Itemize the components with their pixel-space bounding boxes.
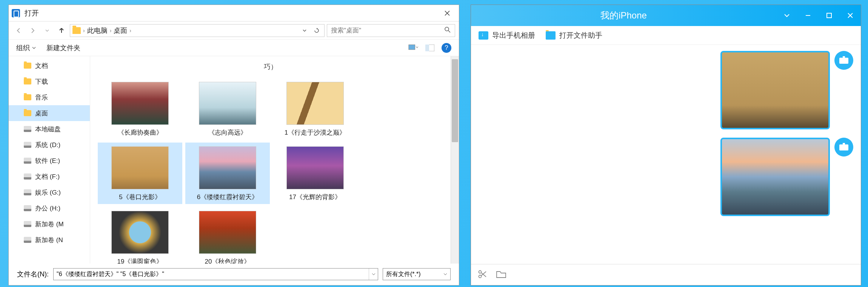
folder-icon <box>24 110 31 116</box>
file-item[interactable]: 17《光辉的背影》 <box>273 143 357 204</box>
sidebar-item[interactable]: 音乐 <box>9 89 90 105</box>
sidebar-item[interactable]: 桌面 <box>9 105 90 121</box>
nav-history-dropdown[interactable] <box>41 25 53 37</box>
filetype-label: 所有文件(*.*) <box>386 270 421 278</box>
chat-close-button[interactable] <box>840 5 861 26</box>
file-thumbnail <box>199 146 256 189</box>
chevron-down-icon <box>32 46 36 50</box>
file-item[interactable]: 1《行走于沙漠之巅》 <box>273 78 357 140</box>
sidebar-item-label: 桌面 <box>35 109 48 118</box>
export-icon <box>479 31 488 40</box>
sidebar: 文档下载音乐桌面本地磁盘系统 (D:)软件 (E:)文档 (F:)娱乐 (G:)… <box>9 56 90 264</box>
breadcrumb-2[interactable]: 桌面 <box>114 26 127 35</box>
message-image[interactable] <box>720 138 830 216</box>
file-item[interactable]: 20《秋色绽放》 <box>185 207 270 264</box>
sidebar-item-label: 软件 (E:) <box>35 157 60 165</box>
drive-icon <box>24 173 31 180</box>
file-thumbnail <box>111 211 169 254</box>
search-box[interactable] <box>327 24 455 37</box>
file-label: 20《秋色绽放》 <box>188 258 267 264</box>
drive-icon <box>24 142 31 148</box>
addr-dropdown[interactable] <box>299 25 310 36</box>
drive-icon <box>24 189 31 195</box>
scissors-icon[interactable] <box>478 269 488 281</box>
folder-icon <box>72 27 81 34</box>
message-image[interactable] <box>720 51 830 129</box>
sidebar-item[interactable]: 文档 <box>9 58 90 74</box>
sidebar-item-label: 新加卷 (N <box>35 236 63 244</box>
file-item[interactable]: 《志向高远》 <box>185 78 270 140</box>
file-label: 《长廊协奏曲》 <box>101 129 179 137</box>
dialog-close-button[interactable] <box>439 7 456 19</box>
open-file-helper-button[interactable]: 打开文件助手 <box>546 31 602 40</box>
file-item[interactable]: 19《满圆窗色》 <box>98 207 182 264</box>
chat-messages[interactable] <box>471 45 861 264</box>
svg-rect-3 <box>425 45 429 51</box>
sidebar-item[interactable]: 新加卷 (N <box>9 232 90 248</box>
nav-up-button[interactable] <box>55 25 68 37</box>
sidebar-item[interactable]: 娱乐 (G:) <box>9 184 90 200</box>
file-label: 《志向高远》 <box>188 129 267 137</box>
filetype-select[interactable]: 所有文件(*.*) <box>383 268 451 280</box>
svg-rect-4 <box>827 13 831 18</box>
sidebar-item[interactable]: 软件 (E:) <box>9 153 90 169</box>
preview-pane-button[interactable] <box>425 44 435 52</box>
scrollbar[interactable] <box>451 56 459 264</box>
view-mode-button[interactable] <box>408 44 418 52</box>
sidebar-item[interactable]: 本地磁盘 <box>9 121 90 137</box>
sidebar-item[interactable]: 文档 (F:) <box>9 169 90 184</box>
file-thumbnail <box>199 82 256 125</box>
breadcrumb-sep: › <box>83 28 85 34</box>
export-album-button[interactable]: 导出手机相册 <box>479 31 535 40</box>
file-item[interactable]: 《长廊协奏曲》 <box>98 78 182 140</box>
file-label: 19《满圆窗色》 <box>101 258 179 264</box>
filename-dropdown[interactable] <box>369 269 378 280</box>
organize-menu[interactable]: 组织 <box>16 43 36 52</box>
file-label: 1《行走于沙漠之巅》 <box>276 129 354 137</box>
folder-open-icon[interactable] <box>496 270 506 280</box>
sidebar-item[interactable]: 下载 <box>9 74 90 89</box>
search-icon[interactable] <box>444 26 451 35</box>
dialog-bottom: 文件名(N): 所有文件(*.*) <box>9 264 459 285</box>
chat-maximize-button[interactable] <box>819 5 840 26</box>
addr-refresh[interactable] <box>311 25 322 36</box>
search-input[interactable] <box>331 27 444 34</box>
chat-minimize-button[interactable] <box>797 5 819 26</box>
scrollbar-thumb[interactable] <box>452 59 458 142</box>
svg-point-9 <box>479 275 482 278</box>
file-thumbnail <box>199 211 256 254</box>
svg-point-10 <box>479 270 482 273</box>
dialog-title: 打开 <box>25 8 439 18</box>
file-label: 5《巷口光影》 <box>101 193 179 202</box>
sidebar-item[interactable]: 办公 (H:) <box>9 200 90 216</box>
file-item[interactable]: 6《缕缕红霞衬碧天》 <box>185 143 270 204</box>
filename-combo[interactable] <box>53 268 378 280</box>
svg-rect-1 <box>409 45 415 49</box>
sidebar-item-label: 下载 <box>35 77 48 86</box>
sidebar-item[interactable]: 系统 (D:) <box>9 137 90 153</box>
chat-dropdown-button[interactable] <box>776 5 797 26</box>
breadcrumb-sep: › <box>110 28 112 34</box>
svg-rect-5 <box>839 58 848 64</box>
newfolder-button[interactable]: 新建文件夹 <box>46 43 80 52</box>
chat-toolbar: 导出手机相册 打开文件助手 <box>471 26 861 45</box>
filename-input[interactable] <box>54 271 369 278</box>
sidebar-item[interactable]: 新加卷 (M <box>9 216 90 232</box>
message-avatar <box>834 51 853 70</box>
folder-icon <box>24 78 31 84</box>
address-bar[interactable]: › 此电脑 › 桌面 › <box>70 24 325 37</box>
sidebar-item-label: 新加卷 (M <box>35 220 64 229</box>
folder-icon <box>24 63 31 69</box>
breadcrumb-1[interactable]: 此电脑 <box>87 26 108 35</box>
nav-back-button[interactable] <box>12 25 25 37</box>
chat-title: 我的iPhone <box>471 9 776 21</box>
close-icon <box>444 10 450 16</box>
help-button[interactable]: ? <box>442 43 451 53</box>
export-label: 导出手机相册 <box>492 31 535 40</box>
folder-icon <box>546 31 556 40</box>
file-item[interactable]: 5《巷口光影》 <box>98 143 182 204</box>
openfile-label: 打开文件助手 <box>559 31 602 40</box>
file-thumbnail <box>286 146 344 189</box>
folder-label-truncated: 巧） <box>98 60 443 78</box>
nav-fwd-button[interactable] <box>27 25 39 37</box>
